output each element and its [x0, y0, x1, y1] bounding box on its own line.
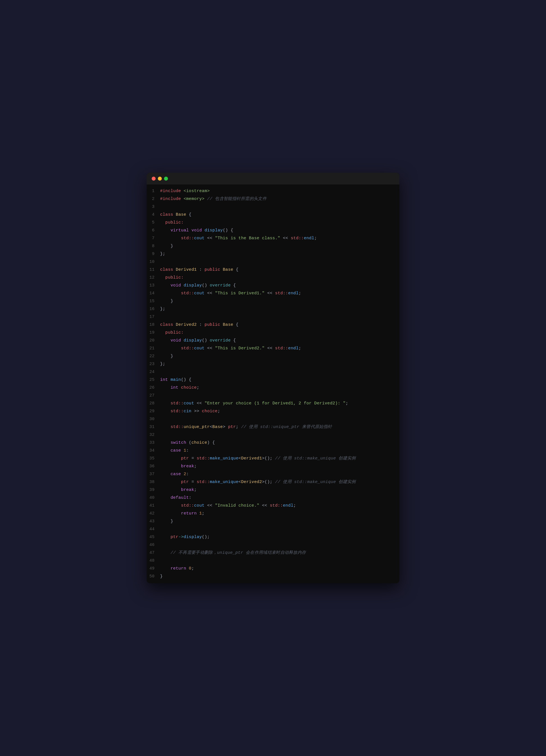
code-line-23: 23 };: [147, 360, 399, 368]
code-line-15: 15 }: [147, 297, 399, 305]
code-line-38: 38 ptr = std::make_unique<Derived2>(); /…: [147, 478, 399, 486]
code-line-17: 17: [147, 313, 399, 321]
code-line-22: 22 }: [147, 352, 399, 360]
code-line-4: 4 class Base {: [147, 211, 399, 219]
code-line-31: 31 std::unique_ptr<Base> ptr; // 使用 std:…: [147, 423, 399, 431]
code-line-3: 3: [147, 203, 399, 211]
code-line-5: 5 public:: [147, 219, 399, 227]
code-line-11: 11 class Derived1 : public Base {: [147, 266, 399, 274]
code-line-19: 19 public:: [147, 329, 399, 337]
code-line-33: 33 switch (choice) {: [147, 439, 399, 447]
code-line-42: 42 return 1;: [147, 510, 399, 518]
code-line-50: 50 }: [147, 573, 399, 580]
code-line-13: 13 void display() override {: [147, 282, 399, 290]
code-editor: 1 #include <iostream> 2 #include <memory…: [147, 185, 399, 583]
code-line-40: 40 default:: [147, 494, 399, 502]
code-window: 1 #include <iostream> 2 #include <memory…: [147, 173, 399, 583]
code-line-9: 9 };: [147, 250, 399, 258]
code-line-46: 46: [147, 541, 399, 549]
code-line-48: 48: [147, 557, 399, 565]
code-line-32: 32: [147, 431, 399, 439]
minimize-button[interactable]: [158, 177, 162, 181]
close-button[interactable]: [152, 177, 156, 181]
code-line-29: 29 std::cin >> choice;: [147, 407, 399, 415]
code-line-14: 14 std::cout << "This is Derived1." << s…: [147, 290, 399, 297]
code-line-21: 21 std::cout << "This is Derived2." << s…: [147, 345, 399, 352]
code-line-28: 28 std::cout << "Enter your choice (1 fo…: [147, 400, 399, 407]
code-line-10: 10: [147, 258, 399, 266]
code-line-25: 25 int main() {: [147, 376, 399, 384]
code-line-44: 44: [147, 525, 399, 533]
code-line-43: 43 }: [147, 518, 399, 525]
titlebar: [147, 173, 399, 185]
code-line-8: 8 }: [147, 242, 399, 250]
code-line-36: 36 break;: [147, 463, 399, 470]
code-line-49: 49 return 0;: [147, 565, 399, 573]
code-line-26: 26 int choice;: [147, 384, 399, 392]
code-line-16: 16 };: [147, 305, 399, 313]
code-line-6: 6 virtual void display() {: [147, 227, 399, 234]
code-line-18: 18 class Derived2 : public Base {: [147, 321, 399, 329]
code-line-24: 24: [147, 368, 399, 376]
code-line-34: 34 case 1:: [147, 447, 399, 455]
code-line-20: 20 void display() override {: [147, 337, 399, 345]
code-line-30: 30: [147, 415, 399, 423]
code-line-27: 27: [147, 392, 399, 400]
code-line-2: 2 #include <memory> // 包含智能指针所需的头文件: [147, 195, 399, 203]
code-line-45: 45 ptr->display();: [147, 533, 399, 541]
code-line-35: 35 ptr = std::make_unique<Derived1>(); /…: [147, 455, 399, 463]
code-line-37: 37 case 2:: [147, 470, 399, 478]
code-line-47: 47 // 不再需要手动删除，unique_ptr 会在作用域结束时自动释放内存: [147, 549, 399, 557]
code-line-41: 41 std::cout << "Invalid choice." << std…: [147, 502, 399, 510]
code-line-39: 39 break;: [147, 486, 399, 494]
code-line-12: 12 public:: [147, 274, 399, 282]
code-line-1: 1 #include <iostream>: [147, 187, 399, 195]
maximize-button[interactable]: [164, 177, 168, 181]
code-line-7: 7 std::cout << "This is the Base class."…: [147, 234, 399, 242]
